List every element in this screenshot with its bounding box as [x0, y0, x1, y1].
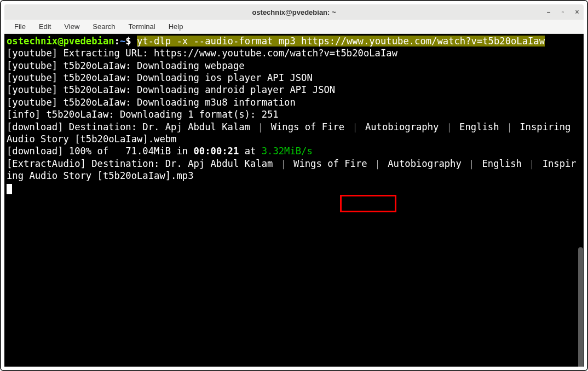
out-line: [youtube] t5b20oLaIaw: Downloading m3u8 …: [7, 97, 296, 108]
out-line: [info] t5b20oLaIaw: Downloading 1 format…: [7, 109, 279, 120]
menu-terminal[interactable]: Terminal: [123, 21, 161, 32]
out-line: 00:00:21: [193, 146, 239, 156]
titlebar: ostechnix@pvedebian: ~ – ▫ ×: [4, 4, 584, 20]
out-line: 3.32MiB/s: [262, 146, 313, 156]
highlight-box: [340, 195, 396, 212]
command-text: yt-dlp -x --audio-format mp3 https://www…: [137, 36, 545, 47]
pipe-icon: ｜: [373, 158, 382, 169]
menu-edit[interactable]: Edit: [33, 21, 56, 32]
pipe-icon: ｜: [445, 121, 454, 132]
cursor-icon: [7, 184, 12, 194]
menubar: File Edit View Search Terminal Help: [4, 20, 584, 34]
out-line: [youtube] t5b20oLaIaw: Downloading webpa…: [7, 60, 245, 71]
prompt-sep2: $: [125, 36, 137, 47]
close-button[interactable]: ×: [574, 8, 580, 16]
pipe-icon: ｜: [467, 158, 476, 169]
pipe-icon: ｜: [527, 158, 537, 169]
menu-view[interactable]: View: [59, 21, 85, 32]
out-line: English: [454, 121, 505, 132]
out-line: [download] 100% of 71.04MiB in: [7, 146, 193, 156]
minimize-button[interactable]: –: [545, 8, 552, 16]
out-line: [youtube] t5b20oLaIaw: Downloading ios p…: [7, 72, 313, 83]
pipe-icon: ｜: [256, 121, 265, 132]
window-title: ostechnix@pvedebian: ~: [252, 8, 336, 16]
menu-help[interactable]: Help: [163, 21, 189, 32]
pipe-icon: ｜: [350, 121, 360, 132]
out-line: Autobiography: [382, 158, 467, 169]
pipe-icon: ｜: [505, 121, 514, 132]
out-line: [ExtractAudio] Destination: Dr. Apj Abdu…: [7, 158, 279, 169]
prompt-sep1: :: [114, 36, 120, 47]
out-line: Wings of Fire: [265, 121, 350, 132]
out-line: [youtube] Extracting URL: https://www.yo…: [7, 48, 397, 59]
out-line: [youtube] t5b20oLaIaw: Downloading andro…: [7, 84, 335, 95]
pipe-icon: ｜: [279, 158, 288, 169]
out-line: Wings of Fire: [288, 158, 373, 169]
terminal-area[interactable]: ostechnix@pvedebian:~$ yt-dlp -x --audio…: [4, 34, 584, 367]
out-line: Autobiography: [360, 121, 445, 132]
maximize-button[interactable]: ▫: [560, 8, 566, 16]
prompt-userhost: ostechnix@pvedebian: [7, 36, 114, 47]
menu-file[interactable]: File: [9, 21, 31, 32]
out-line: [download] Destination: Dr. Apj Abdul Ka…: [7, 121, 256, 132]
prompt-path: ~: [120, 36, 125, 47]
menu-search[interactable]: Search: [87, 21, 120, 32]
out-line: at: [239, 146, 261, 156]
out-line: English: [476, 158, 527, 169]
window-controls: – ▫ ×: [545, 4, 580, 20]
scrollbar[interactable]: [578, 247, 583, 367]
